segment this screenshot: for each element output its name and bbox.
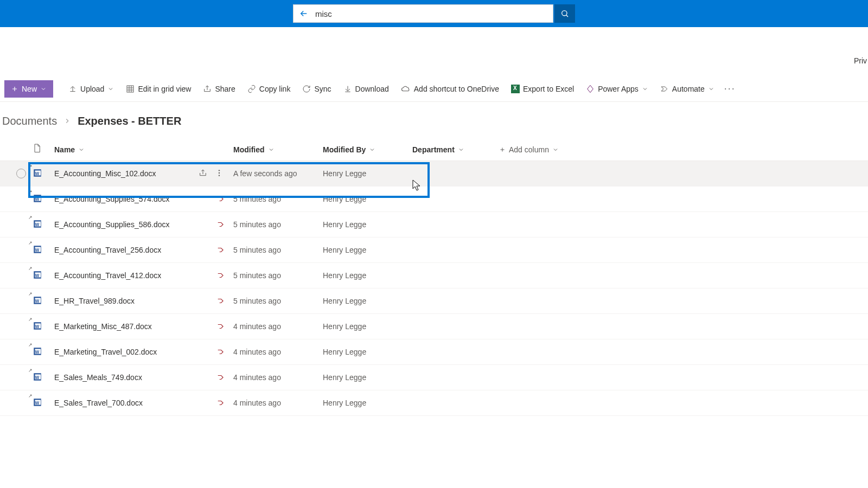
flow-icon <box>660 85 669 93</box>
col-name-label: Name <box>54 145 75 154</box>
file-name[interactable]: E_Accounting_Travel_412.docx <box>54 271 161 280</box>
table-row[interactable]: ↗WE_Marketing_Travel_002.docx4 minutes a… <box>0 339 868 365</box>
file-name[interactable]: E_Accounting_Travel_256.docx <box>54 246 161 254</box>
modifiedby-cell[interactable]: Henry Legge <box>323 246 412 254</box>
search-box[interactable] <box>293 4 553 23</box>
modifiedby-cell[interactable]: Henry Legge <box>323 373 412 382</box>
modifiedby-cell[interactable]: Henry Legge <box>323 220 412 229</box>
modifiedby-cell[interactable]: Henry Legge <box>323 348 412 356</box>
col-header-modifiedby[interactable]: Modified By <box>323 145 412 154</box>
onedrive-icon <box>401 85 411 93</box>
flow-status-icon <box>217 195 233 203</box>
modified-cell: 4 minutes ago <box>233 373 323 382</box>
file-type-icon: ↗W <box>33 194 54 204</box>
svg-text:W: W <box>35 299 40 304</box>
modifiedby-cell[interactable]: Henry Legge <box>323 271 412 280</box>
new-label: New <box>22 85 37 93</box>
search-button[interactable] <box>554 4 575 23</box>
file-type-icon: ↗W <box>33 270 54 281</box>
export-excel-button[interactable]: Export to Excel <box>506 80 579 98</box>
svg-text:W: W <box>35 350 40 355</box>
svg-text:W: W <box>35 248 40 253</box>
col-header-department[interactable]: Department <box>412 145 499 154</box>
modified-cell: 4 minutes ago <box>233 322 323 331</box>
file-name[interactable]: E_Accounting_Supplies_574.docx <box>54 195 170 203</box>
chevron-down-icon <box>552 146 559 153</box>
modifiedby-cell[interactable]: Henry Legge <box>323 399 412 407</box>
modifiedby-cell[interactable]: Henry Legge <box>323 169 412 178</box>
chevron-down-icon <box>40 86 47 92</box>
powerapps-icon <box>586 85 595 93</box>
file-name[interactable]: E_Marketing_Misc_487.docx <box>54 322 152 331</box>
file-name-cell[interactable]: E_HR_Travel_989.docx <box>54 297 233 305</box>
breadcrumb-parent[interactable]: Documents <box>2 115 57 127</box>
file-name-cell[interactable]: E_Sales_Travel_700.docx <box>54 399 233 407</box>
sync-button[interactable]: Sync <box>297 80 336 98</box>
col-header-modified[interactable]: Modified <box>233 145 323 154</box>
col-modifiedby-label: Modified By <box>323 145 366 154</box>
chevron-down-icon <box>458 146 464 153</box>
table-row[interactable]: ↗WE_Sales_Meals_749.docx4 minutes agoHen… <box>0 365 868 390</box>
table-row[interactable]: ↗WE_Accounting_Supplies_574.docx5 minute… <box>0 187 868 212</box>
row-select[interactable] <box>10 169 33 178</box>
new-button[interactable]: New <box>4 80 53 98</box>
svg-point-6 <box>219 172 220 173</box>
file-name-cell[interactable]: E_Accounting_Travel_412.docx <box>54 271 233 280</box>
modifiedby-cell[interactable]: Henry Legge <box>323 322 412 331</box>
table-row[interactable]: ↗WE_HR_Travel_989.docx5 minutes agoHenry… <box>0 288 868 314</box>
table-row[interactable]: ↗WE_Accounting_Misc_102.docxA few second… <box>0 161 868 187</box>
row-more-icon[interactable] <box>215 169 224 179</box>
chevron-down-icon <box>642 86 648 92</box>
automate-button[interactable]: Automate <box>655 80 720 98</box>
header-gap: Priv <box>0 27 868 76</box>
add-column-button[interactable]: Add column <box>499 145 559 154</box>
svg-point-7 <box>219 175 220 176</box>
file-name-cell[interactable]: E_Marketing_Travel_002.docx <box>54 348 233 356</box>
power-apps-button[interactable]: Power Apps <box>580 80 654 98</box>
search-input[interactable] <box>315 9 547 18</box>
download-label: Download <box>355 85 389 93</box>
more-actions-button[interactable]: ··· <box>721 83 739 94</box>
col-department-label: Department <box>412 145 455 154</box>
file-name-cell[interactable]: E_Accounting_Supplies_586.docx <box>54 220 233 229</box>
back-arrow-icon[interactable] <box>299 9 309 18</box>
upload-button[interactable]: Upload <box>63 80 119 98</box>
privacy-label: Priv <box>854 56 868 65</box>
col-header-name[interactable]: Name <box>54 145 233 154</box>
add-shortcut-button[interactable]: Add shortcut to OneDrive <box>395 80 505 98</box>
table-row[interactable]: ↗WE_Marketing_Misc_487.docx4 minutes ago… <box>0 314 868 339</box>
file-name-cell[interactable]: E_Marketing_Misc_487.docx <box>54 322 233 331</box>
grid-icon <box>126 85 135 93</box>
file-name-cell[interactable]: E_Accounting_Supplies_574.docx <box>54 195 233 203</box>
file-name[interactable]: E_Accounting_Supplies_586.docx <box>54 220 170 229</box>
flow-status-icon <box>217 348 233 356</box>
table-row[interactable]: ↗WE_Sales_Travel_700.docx4 minutes agoHe… <box>0 390 868 416</box>
table-row[interactable]: ↗WE_Accounting_Travel_412.docx5 minutes … <box>0 263 868 288</box>
sync-label: Sync <box>314 85 331 93</box>
row-share-icon[interactable] <box>199 169 207 179</box>
file-type-icon: ↗W <box>33 245 54 255</box>
table-row[interactable]: ↗WE_Accounting_Travel_256.docx5 minutes … <box>0 237 868 263</box>
file-name-cell[interactable]: E_Accounting_Travel_256.docx <box>54 246 233 254</box>
file-name[interactable]: E_Sales_Travel_700.docx <box>54 399 143 407</box>
edit-grid-button[interactable]: Edit in grid view <box>120 80 196 98</box>
file-name-cell[interactable]: E_Sales_Meals_749.docx <box>54 373 233 382</box>
file-type-icon: ↗W <box>33 296 54 306</box>
flow-status-icon <box>217 246 233 254</box>
modifiedby-cell[interactable]: Henry Legge <box>323 297 412 305</box>
modifiedby-cell[interactable]: Henry Legge <box>323 195 412 203</box>
flow-status-icon <box>217 374 233 381</box>
breadcrumb-current: Expenses - BETTER <box>78 115 181 127</box>
modified-cell: A few seconds ago <box>233 169 323 178</box>
modified-cell: 4 minutes ago <box>233 399 323 407</box>
chevron-down-icon <box>708 86 714 92</box>
file-name[interactable]: E_HR_Travel_989.docx <box>54 297 135 305</box>
file-name[interactable]: E_Sales_Meals_749.docx <box>54 373 142 382</box>
copy-link-button[interactable]: Copy link <box>242 80 296 98</box>
table-row[interactable]: ↗WE_Accounting_Supplies_586.docx5 minute… <box>0 212 868 237</box>
share-button[interactable]: Share <box>197 80 240 98</box>
file-name-cell[interactable]: E_Accounting_Misc_102.docx <box>54 169 233 179</box>
file-name[interactable]: E_Marketing_Travel_002.docx <box>54 348 157 356</box>
download-button[interactable]: Download <box>338 80 394 98</box>
file-name[interactable]: E_Accounting_Misc_102.docx <box>54 169 156 178</box>
